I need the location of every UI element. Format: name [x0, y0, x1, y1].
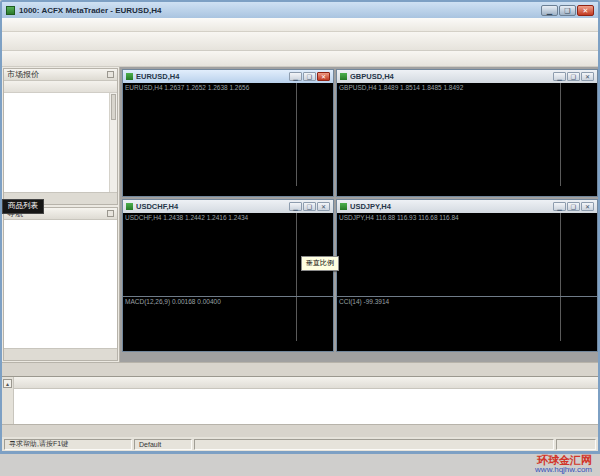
chart-restore-button[interactable]: ❑	[567, 72, 580, 81]
status-bar: 寻求帮助,请按F1键 Default	[2, 437, 598, 451]
title-bar[interactable]: 1000: ACFX MetaTrader - EURUSD,H4 ▁ ❑ ✕	[2, 2, 598, 18]
status-empty-segment	[556, 439, 596, 450]
candlestick-chart[interactable]: EURUSD,H4 1.2637 1.2652 1.2638 1.2656	[123, 83, 296, 186]
vertical-scale-tooltip: 垂直比例	[301, 256, 339, 271]
navigator-tree	[4, 220, 117, 348]
chart-close-button[interactable]: ✕	[317, 202, 330, 211]
status-profile[interactable]: Default	[134, 439, 192, 450]
navigator-panel: 导航	[3, 207, 118, 361]
indicator-axis[interactable]	[560, 297, 597, 341]
status-help-text: 寻求帮助,请按F1键	[4, 439, 132, 450]
status-empty-segment	[194, 439, 554, 450]
market-watch-rows	[4, 93, 117, 192]
chart-window-eurusd[interactable]: EURUSD,H4 ▁ ❑ ✕ EURUSD,H4 1.2637 1.2652 …	[122, 69, 334, 197]
chart-close-button[interactable]: ✕	[581, 202, 594, 211]
market-watch-panel: 市场报价	[3, 68, 118, 205]
panel-menu-icon[interactable]	[107, 210, 114, 217]
panel-menu-icon[interactable]	[107, 71, 114, 78]
chart-minimize-button[interactable]: ▁	[553, 202, 566, 211]
terminal-side-strip: ▴	[2, 377, 14, 424]
chart-window-title: EURUSD,H4	[136, 72, 286, 81]
macd-indicator[interactable]: MACD(12,26,9) 0.00168 0.00400	[123, 297, 296, 341]
market-watch-header	[4, 81, 117, 93]
chart-window-usdchf[interactable]: USDCHF,H4 ▁ ❑ ✕ USDCHF,H4 1.2438 1.2442 …	[122, 199, 334, 352]
price-axis[interactable]	[560, 83, 597, 186]
collapse-button[interactable]: ▴	[3, 379, 12, 388]
chart-window-title: USDJPY,H4	[350, 202, 550, 211]
screen: 1000: ACFX MetaTrader - EURUSD,H4 ▁ ❑ ✕ …	[0, 0, 600, 476]
metatrader-window: 1000: ACFX MetaTrader - EURUSD,H4 ▁ ❑ ✕ …	[0, 0, 600, 454]
price-axis[interactable]	[296, 83, 333, 186]
desktop-background: 环球金汇网 www.hqjhw.com	[0, 454, 600, 476]
chart-tab-bar	[2, 362, 598, 376]
chart-icon	[340, 203, 347, 210]
chart-icon	[340, 73, 347, 80]
market-watch-title: 市场报价	[4, 69, 117, 81]
chart-restore-button[interactable]: ❑	[303, 202, 316, 211]
main-area: 市场报价 导航	[2, 67, 598, 362]
watermark: 环球金汇网 www.hqjhw.com	[535, 455, 592, 474]
terminal-tab-bar	[2, 424, 598, 437]
menu-bar	[2, 18, 598, 32]
indicator-readout: CCI(14) -99.3914	[339, 298, 389, 305]
chart-window-titlebar[interactable]: USDCHF,H4 ▁ ❑ ✕	[123, 200, 333, 213]
market-watch-title-label: 市场报价	[7, 69, 39, 80]
time-axis[interactable]	[337, 341, 560, 351]
chart-restore-button[interactable]: ❑	[567, 202, 580, 211]
mailbox-panel: ▴	[2, 376, 598, 424]
time-axis[interactable]	[337, 186, 560, 196]
candlestick-chart[interactable]: GBPUSD,H4 1.8489 1.8514 1.8485 1.8492	[337, 83, 560, 186]
chart-window-title: GBPUSD,H4	[350, 72, 550, 81]
price-axis[interactable]	[296, 213, 333, 296]
indicator-axis[interactable]	[296, 297, 333, 341]
toolbar-standard	[2, 32, 598, 51]
chart-window-gbpusd[interactable]: GBPUSD,H4 ▁ ❑ ✕ GBPUSD,H4 1.8489 1.8514 …	[336, 69, 598, 197]
ohlc-readout: USDJPY,H4 116.88 116.93 116.68 116.84	[339, 214, 459, 221]
scrollbar[interactable]	[109, 93, 117, 192]
price-axis[interactable]	[560, 213, 597, 296]
ohlc-readout: USDCHF,H4 1.2438 1.2442 1.2416 1.2434	[125, 214, 248, 221]
chart-window-title: USDCHF,H4	[136, 202, 286, 211]
chart-workspace: EURUSD,H4 ▁ ❑ ✕ EURUSD,H4 1.2637 1.2652 …	[120, 67, 598, 362]
time-axis[interactable]	[123, 341, 296, 351]
chart-window-usdjpy[interactable]: USDJPY,H4 ▁ ❑ ✕ USDJPY,H4 116.88 116.93 …	[336, 199, 598, 352]
chart-minimize-button[interactable]: ▁	[553, 72, 566, 81]
chart-close-button[interactable]: ✕	[581, 72, 594, 81]
chart-minimize-button[interactable]: ▁	[289, 72, 302, 81]
toolbar-drawing	[2, 51, 598, 67]
chart-window-titlebar[interactable]: EURUSD,H4 ▁ ❑ ✕	[123, 70, 333, 83]
navigator-tabs	[4, 348, 117, 360]
mailbox-header	[14, 377, 598, 389]
watermark-site-url: www.hqjhw.com	[535, 466, 592, 474]
window-title: 1000: ACFX MetaTrader - EURUSD,H4	[19, 6, 537, 15]
scrollbar-thumb[interactable]	[111, 94, 116, 120]
ohlc-readout: EURUSD,H4 1.2637 1.2652 1.2638 1.2656	[125, 84, 249, 91]
chart-window-titlebar[interactable]: USDJPY,H4 ▁ ❑ ✕	[337, 200, 597, 213]
chart-restore-button[interactable]: ❑	[303, 72, 316, 81]
maximize-button[interactable]: ❑	[559, 5, 576, 16]
chart-window-titlebar[interactable]: GBPUSD,H4 ▁ ❑ ✕	[337, 70, 597, 83]
chart-icon	[126, 73, 133, 80]
sidebar: 市场报价 导航	[2, 67, 120, 362]
chart-minimize-button[interactable]: ▁	[289, 202, 302, 211]
cci-indicator[interactable]: CCI(14) -99.3914	[337, 297, 560, 341]
indicator-readout: MACD(12,26,9) 0.00168 0.00400	[125, 298, 221, 305]
chart-close-button[interactable]: ✕	[317, 72, 330, 81]
close-button[interactable]: ✕	[577, 5, 594, 16]
app-icon	[6, 6, 15, 15]
time-axis[interactable]	[123, 186, 296, 196]
candlestick-chart[interactable]: USDJPY,H4 116.88 116.93 116.68 116.84	[337, 213, 560, 296]
symbols-list-tooltip: 商品列表	[2, 199, 44, 214]
minimize-button[interactable]: ▁	[541, 5, 558, 16]
chart-icon	[126, 203, 133, 210]
ohlc-readout: GBPUSD,H4 1.8489 1.8514 1.8485 1.8492	[339, 84, 463, 91]
candlestick-chart[interactable]: USDCHF,H4 1.2438 1.2442 1.2416 1.2434	[123, 213, 296, 296]
